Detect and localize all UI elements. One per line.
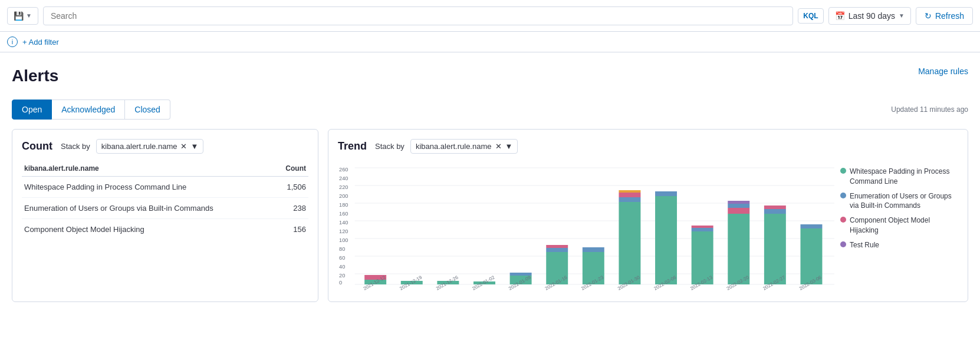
svg-text:200: 200 xyxy=(339,193,348,199)
svg-rect-42 xyxy=(692,226,713,228)
svg-text:240: 240 xyxy=(339,175,348,181)
count-chevron-icon: ▼ xyxy=(190,142,198,151)
table-row: Component Object Model Hijacking156 xyxy=(22,219,308,240)
svg-rect-30 xyxy=(546,248,568,252)
trend-stack-by-label: Stack by xyxy=(375,142,405,151)
refresh-icon: ↻ xyxy=(925,11,932,21)
save-chevron-icon: ▼ xyxy=(26,12,32,19)
filterbar: i + Add filter xyxy=(0,32,980,52)
search-input[interactable] xyxy=(43,6,793,25)
count-table: kibana.alert.rule.name Count Whitespace … xyxy=(22,161,308,240)
svg-rect-44 xyxy=(728,208,749,214)
kql-button[interactable]: KQL xyxy=(798,8,823,24)
tab-bar: Open Acknowledged Closed Updated 11 minu… xyxy=(12,100,968,120)
legend-label: Component Object Model Hijacking xyxy=(850,216,958,236)
count-panel-title: Count xyxy=(22,140,52,153)
svg-text:60: 60 xyxy=(339,255,345,261)
svg-rect-48 xyxy=(764,209,786,214)
col-header-count: Count xyxy=(275,161,308,177)
page-header: Alerts Manage rules xyxy=(12,67,968,85)
count-clear-icon[interactable]: ✕ xyxy=(180,142,187,151)
count-panel: Count Stack by kibana.alert.rule.name ✕ … xyxy=(12,129,318,302)
svg-rect-45 xyxy=(728,204,749,208)
svg-text:80: 80 xyxy=(339,246,345,252)
count-panel-header: Count Stack by kibana.alert.rule.name ✕ … xyxy=(22,139,308,154)
trend-panel: Trend Stack by kibana.alert.rule.name ✕ … xyxy=(328,129,968,302)
chart-area: 260 240 220 200 180 160 140 120 100 80 6… xyxy=(338,161,958,292)
page-content: Alerts Manage rules Open Acknowledged Cl… xyxy=(0,52,980,316)
trend-chart: 260 240 220 200 180 160 140 120 100 80 6… xyxy=(338,161,834,290)
date-picker[interactable]: 📅 Last 90 days ▼ xyxy=(828,7,911,25)
rule-name: Whitespace Padding in Process Command Li… xyxy=(22,177,275,198)
manage-rules-link[interactable]: Manage rules xyxy=(918,67,968,76)
tab-acknowledged[interactable]: Acknowledged xyxy=(52,100,125,120)
svg-rect-31 xyxy=(546,245,568,248)
trend-chevron-icon: ▼ xyxy=(505,142,513,151)
tab-closed[interactable]: Closed xyxy=(125,100,170,120)
svg-rect-38 xyxy=(655,196,677,284)
svg-text:180: 180 xyxy=(339,202,348,208)
svg-rect-37 xyxy=(619,190,640,193)
rule-name: Component Object Model Hijacking xyxy=(22,219,275,240)
save-button[interactable]: 💾 ▼ xyxy=(7,7,38,25)
legend-item: Component Object Model Hijacking xyxy=(840,216,958,236)
count-stack-by-label: Stack by xyxy=(61,142,90,151)
count-stack-by-value: kibana.alert.rule.name xyxy=(101,142,177,151)
svg-rect-49 xyxy=(764,206,786,209)
svg-rect-36 xyxy=(619,193,640,197)
tabs: Open Acknowledged Closed xyxy=(12,100,170,120)
legend-color xyxy=(840,217,846,223)
rule-count: 238 xyxy=(275,198,308,219)
topbar: 💾 ▼ KQL 📅 Last 90 days ▼ ↻ Refresh xyxy=(0,0,980,32)
page-title: Alerts xyxy=(12,67,58,85)
svg-text:220: 220 xyxy=(339,184,348,190)
chart-legend: Whitespace Padding in Process Command Li… xyxy=(840,161,958,292)
calendar-icon: 📅 xyxy=(835,11,845,21)
rule-count: 1,506 xyxy=(275,177,308,198)
rule-count: 156 xyxy=(275,219,308,240)
svg-text:40: 40 xyxy=(339,264,345,270)
filter-info-icon[interactable]: i xyxy=(7,37,18,47)
table-row: Enumeration of Users or Groups via Built… xyxy=(22,198,308,219)
rule-name: Enumeration of Users or Groups via Built… xyxy=(22,198,275,219)
refresh-button[interactable]: ↻ Refresh xyxy=(916,7,973,25)
trend-panel-title: Trend xyxy=(338,140,367,153)
legend-item: Whitespace Padding in Process Command Li… xyxy=(840,167,958,187)
tab-open[interactable]: Open xyxy=(12,100,52,120)
legend-label: Test Rule xyxy=(850,240,879,250)
chart-container: 260 240 220 200 180 160 140 120 100 80 6… xyxy=(338,161,834,292)
svg-text:260: 260 xyxy=(339,167,348,173)
legend-item: Enumeration of Users or Groups via Built… xyxy=(840,191,958,211)
svg-text:20: 20 xyxy=(339,273,345,279)
trend-clear-icon[interactable]: ✕ xyxy=(495,142,502,151)
col-header-name: kibana.alert.rule.name xyxy=(22,161,275,177)
panels-row: Count Stack by kibana.alert.rule.name ✕ … xyxy=(12,129,968,302)
update-status: Updated 11 minutes ago xyxy=(891,105,968,114)
legend-color xyxy=(840,168,846,174)
legend-label: Whitespace Padding in Process Command Li… xyxy=(850,167,958,187)
svg-text:160: 160 xyxy=(339,211,348,217)
svg-rect-51 xyxy=(800,224,822,228)
save-icon: 💾 xyxy=(14,11,24,21)
date-range-label: Last 90 days xyxy=(849,11,895,21)
count-stack-by-select[interactable]: kibana.alert.rule.name ✕ ▼ xyxy=(96,139,204,154)
refresh-label: Refresh xyxy=(935,11,964,21)
date-chevron-icon: ▼ xyxy=(899,12,905,19)
legend-label: Enumeration of Users or Groups via Built… xyxy=(850,191,958,211)
trend-stack-by-value: kibana.alert.rule.name xyxy=(416,142,492,151)
table-row: Whitespace Padding in Process Command Li… xyxy=(22,177,308,198)
svg-rect-34 xyxy=(619,202,640,284)
svg-text:140: 140 xyxy=(339,220,348,226)
svg-text:0: 0 xyxy=(339,280,342,286)
svg-rect-43 xyxy=(728,214,749,284)
svg-text:100: 100 xyxy=(339,237,348,243)
svg-rect-39 xyxy=(655,191,677,196)
legend-item: Test Rule xyxy=(840,240,958,250)
svg-rect-46 xyxy=(728,201,749,204)
trend-panel-header: Trend Stack by kibana.alert.rule.name ✕ … xyxy=(338,139,958,154)
trend-stack-by-select[interactable]: kibana.alert.rule.name ✕ ▼ xyxy=(410,139,518,154)
svg-rect-47 xyxy=(764,214,786,284)
svg-rect-35 xyxy=(619,197,640,202)
add-filter-button[interactable]: + Add filter xyxy=(22,38,59,47)
svg-text:120: 120 xyxy=(339,228,348,234)
